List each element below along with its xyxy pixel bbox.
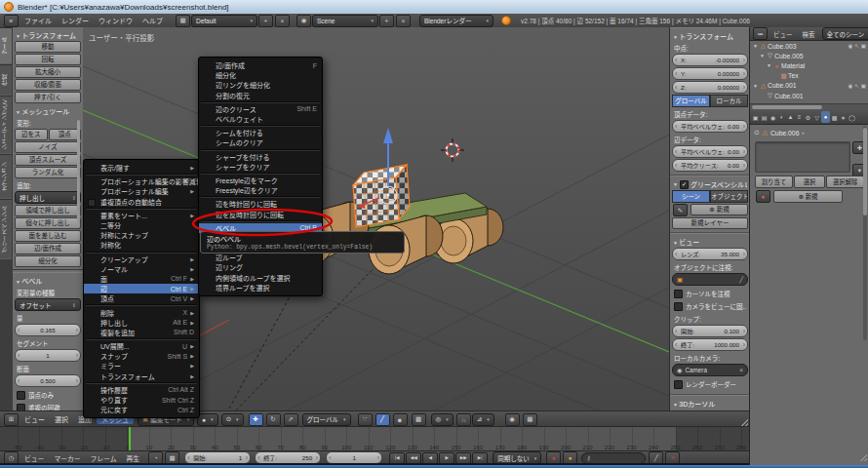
bevel-option-checkbox[interactable]: 頂点のみ (17, 390, 79, 400)
tool-button[interactable]: 収縮/膨張 (15, 79, 81, 91)
panel-header-3d-cursor[interactable]: 3Dカーソル (673, 399, 747, 409)
menu-item[interactable]: やり直すShift Ctrl Z (84, 395, 199, 405)
menu-item[interactable]: シャープを付ける (199, 152, 322, 162)
deselect-button[interactable]: 選択解除 (826, 176, 864, 188)
menu-item[interactable]: シームのクリア (199, 137, 322, 147)
header-menu-item[interactable]: ビュー (20, 414, 50, 424)
snap-element-dropdown[interactable]: ⊿▾ (472, 413, 494, 426)
outliner-row[interactable]: ▩Tex (750, 71, 868, 81)
panel-header-view[interactable]: ビュー (673, 237, 747, 247)
tool-shelf-tab[interactable]: 作成 (0, 64, 12, 96)
eye-icon[interactable]: ◉ (848, 83, 852, 89)
play-button[interactable]: ▶ (439, 452, 454, 464)
select-mode-vertex-button[interactable]: ∵ (358, 413, 373, 426)
tool-button[interactable]: 移動 (15, 41, 81, 53)
properties-tab-material[interactable]: ● (821, 111, 830, 123)
manipulator-rotate-button[interactable]: ↻ (266, 413, 281, 426)
checkbox-checked-icon[interactable]: ✓ (680, 180, 689, 189)
header-menu-item[interactable]: ウィンドウ (94, 16, 138, 25)
bevel-option-checkbox[interactable]: 重複の回避 (17, 403, 79, 410)
tool-shelf-tab[interactable]: グリースペンシル (0, 199, 12, 259)
properties-scrollbar[interactable] (863, 126, 867, 340)
render-restrict-icon[interactable]: ▣ (861, 83, 866, 89)
tool-button[interactable]: 辺をス (15, 129, 48, 140)
menu-item[interactable]: Freestyle辺をクリア (199, 185, 322, 195)
menu-item[interactable]: 細分化 (199, 70, 322, 80)
mean-crease-field[interactable]: 平均クリース:0.00 (672, 159, 748, 172)
clip-end-field[interactable]: 終了:1000.000 (672, 338, 748, 351)
mean-bevel-weight-field[interactable]: 平均ベベルウェ:0.00 (672, 120, 748, 133)
resize-grip[interactable] (738, 416, 748, 426)
bevel-profile-field[interactable]: 0.500 (15, 374, 81, 387)
lock-camera-checkbox[interactable]: カメラをビューに固.. (674, 301, 746, 311)
header-menu-item[interactable]: 再生 (122, 453, 145, 463)
collapse-arrow-icon[interactable]: ▼ (766, 62, 772, 68)
collapse-arrow-icon[interactable]: ▼ (752, 43, 759, 49)
tool-button[interactable]: 細分化 (15, 255, 81, 267)
menu-item[interactable]: Freestyle辺をマーク (199, 176, 322, 185)
editor-type-3d-icon[interactable]: ⊞ (4, 413, 19, 426)
tool-button[interactable]: 頂点スムーズ (15, 154, 81, 166)
screen-layout-dropdown[interactable]: Default▾ (191, 15, 257, 27)
pin-icon[interactable]: ⊙ (754, 129, 760, 136)
resize-grip[interactable] (857, 451, 867, 461)
jump-to-end-button[interactable]: ▶| (472, 452, 488, 464)
bevel-segments-field[interactable]: 1 (15, 349, 81, 362)
properties-tab-constraints[interactable]: ≡ (795, 111, 804, 123)
median-z-field[interactable]: Z:0.00000 (672, 81, 748, 94)
render-opengl-button[interactable]: ◉ (505, 413, 520, 426)
menu-item[interactable]: 境界ループを選択 (199, 283, 322, 292)
menu-item[interactable]: 重複頂点の自動結合 (84, 197, 199, 207)
add-scene-button[interactable]: + (379, 15, 394, 27)
outliner-row[interactable]: ▼●Material (750, 60, 868, 70)
properties-tab-particles[interactable]: ∗ (839, 111, 848, 123)
menu-item[interactable]: ノーマル▶ (84, 264, 199, 274)
menu-item[interactable]: ベベルウェイト (199, 114, 322, 124)
menu-item[interactable]: 内側領域のループを選択 (199, 273, 322, 283)
scrollbar-thumb[interactable] (863, 128, 867, 215)
header-menu-item[interactable]: 検索 (798, 29, 820, 39)
menu-item[interactable]: ミラー▶ (84, 361, 199, 370)
menu-item[interactable]: トランスフォーム▶ (84, 371, 199, 381)
tool-button[interactable]: ランダム化 (15, 167, 81, 178)
lock-object-field[interactable]: ▣╱ (672, 273, 748, 286)
outliner-row[interactable]: ▼▽Cube.005 (750, 51, 868, 60)
scene-dropdown[interactable]: Scene▾ (312, 15, 378, 27)
menu-item[interactable]: 分割の復元 (199, 91, 322, 100)
menu-item[interactable]: 辺のクリースShift E (199, 104, 322, 114)
occlude-geometry-button[interactable]: ▩ (412, 413, 426, 426)
grease-scene-tab[interactable]: シーン (672, 190, 710, 203)
tool-button[interactable]: 辺/面作成 (15, 243, 81, 254)
tool-button[interactable]: 個々に押し出し (15, 217, 81, 229)
tool-button[interactable]: 拡大縮小 (15, 66, 81, 78)
lock-cursor-checkbox[interactable]: カーソルを注視 (674, 289, 746, 298)
menu-item[interactable]: UV展開...U▶ (84, 341, 199, 351)
header-menu-item[interactable]: ビュー (769, 29, 798, 39)
properties-tab-world[interactable]: ◐ (777, 111, 786, 123)
properties-tab-scene[interactable]: ◉ (769, 111, 777, 123)
menu-item[interactable]: 辺/面作成F (199, 60, 322, 70)
menu-item[interactable]: シャープをクリア (199, 162, 322, 172)
header-menu-item[interactable]: 選択 (50, 414, 73, 424)
grease-new-button[interactable]: ⊕ 新規 (690, 204, 748, 215)
manipulator-translate-button[interactable]: ✚ (249, 413, 263, 426)
menu-item[interactable]: 対称にスナップ (84, 230, 199, 240)
select-button[interactable]: 選択 (794, 176, 826, 188)
play-reverse-button[interactable]: ◀ (422, 452, 438, 464)
menu-item[interactable]: シームを付ける (199, 128, 322, 137)
properties-tab-modifiers[interactable]: ⚙ (804, 111, 812, 123)
render-border-checkbox[interactable]: レンダーボーダー (674, 379, 746, 389)
header-menu-item[interactable]: ビュー (20, 453, 49, 463)
menu-item[interactable]: スナップShift S▶ (84, 351, 199, 361)
render-restrict-icon[interactable]: ▣ (861, 43, 866, 49)
lens-field[interactable]: レンズ:35.000 (672, 248, 748, 260)
menu-item[interactable]: 削除X▶ (84, 307, 199, 317)
material-browse-dropdown[interactable]: ● (756, 190, 770, 203)
tool-button[interactable]: 面を差し込む (15, 230, 81, 242)
menu-item[interactable]: 辺ループ (199, 253, 322, 262)
header-menu-item[interactable]: ヘルプ (138, 16, 168, 25)
bevel-offset-type-dropdown[interactable]: オフセット⇕ (15, 298, 81, 311)
menu-item[interactable]: 辺を反時計回りに回転 (199, 209, 322, 218)
select-mode-edge-button[interactable]: ╱ (375, 413, 390, 426)
properties-tab-physics[interactable]: ◯ (848, 111, 856, 123)
